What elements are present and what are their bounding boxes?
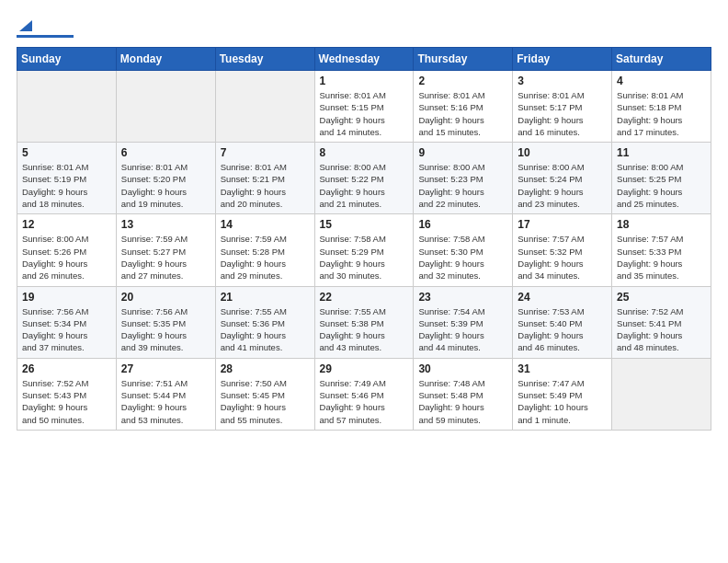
day-info: Sunrise: 7:51 AM Sunset: 5:44 PM Dayligh… <box>121 377 210 426</box>
day-info: Sunrise: 7:50 AM Sunset: 5:45 PM Dayligh… <box>221 377 310 426</box>
day-number: 8 <box>320 146 409 159</box>
calendar-cell: 2Sunrise: 8:01 AM Sunset: 5:16 PM Daylig… <box>414 71 513 143</box>
weekday-saturday: Saturday <box>612 48 711 71</box>
weekday-wednesday: Wednesday <box>314 48 414 71</box>
day-number: 12 <box>22 218 111 231</box>
day-number: 5 <box>22 146 111 159</box>
day-number: 9 <box>418 146 507 159</box>
calendar-cell: 5Sunrise: 8:01 AM Sunset: 5:19 PM Daylig… <box>17 143 117 214</box>
logo-triangle-icon <box>17 17 34 33</box>
day-number: 20 <box>121 291 210 304</box>
day-number: 27 <box>121 362 210 375</box>
week-row-5: 26Sunrise: 7:52 AM Sunset: 5:43 PM Dayli… <box>17 358 711 430</box>
day-info: Sunrise: 7:48 AM Sunset: 5:48 PM Dayligh… <box>418 377 507 426</box>
day-info: Sunrise: 7:49 AM Sunset: 5:46 PM Dayligh… <box>320 377 409 426</box>
day-number: 19 <box>22 291 111 304</box>
calendar-cell: 21Sunrise: 7:55 AM Sunset: 5:36 PM Dayli… <box>215 286 314 358</box>
day-info: Sunrise: 7:59 AM Sunset: 5:28 PM Dayligh… <box>221 233 310 282</box>
calendar-cell: 18Sunrise: 7:57 AM Sunset: 5:33 PM Dayli… <box>612 214 711 286</box>
calendar-cell: 1Sunrise: 8:01 AM Sunset: 5:15 PM Daylig… <box>314 71 414 143</box>
day-info: Sunrise: 7:57 AM Sunset: 5:32 PM Dayligh… <box>518 233 607 282</box>
calendar-cell <box>116 71 215 143</box>
week-row-1: 1Sunrise: 8:01 AM Sunset: 5:15 PM Daylig… <box>17 71 711 143</box>
calendar-cell: 24Sunrise: 7:53 AM Sunset: 5:40 PM Dayli… <box>513 286 612 358</box>
calendar-cell: 9Sunrise: 8:00 AM Sunset: 5:23 PM Daylig… <box>414 143 513 214</box>
calendar-cell: 10Sunrise: 8:00 AM Sunset: 5:24 PM Dayli… <box>513 143 612 214</box>
day-info: Sunrise: 8:00 AM Sunset: 5:23 PM Dayligh… <box>418 161 507 210</box>
header <box>17 17 711 38</box>
svg-marker-0 <box>19 20 32 31</box>
day-info: Sunrise: 7:55 AM Sunset: 5:38 PM Dayligh… <box>320 305 409 354</box>
calendar-cell: 26Sunrise: 7:52 AM Sunset: 5:43 PM Dayli… <box>17 358 117 430</box>
day-info: Sunrise: 8:00 AM Sunset: 5:24 PM Dayligh… <box>518 161 607 210</box>
calendar-cell: 11Sunrise: 8:00 AM Sunset: 5:25 PM Dayli… <box>612 143 711 214</box>
week-row-2: 5Sunrise: 8:01 AM Sunset: 5:19 PM Daylig… <box>17 143 711 214</box>
calendar-cell: 30Sunrise: 7:48 AM Sunset: 5:48 PM Dayli… <box>414 358 513 430</box>
calendar-cell <box>215 71 314 143</box>
calendar-cell: 23Sunrise: 7:54 AM Sunset: 5:39 PM Dayli… <box>414 286 513 358</box>
day-info: Sunrise: 7:47 AM Sunset: 5:49 PM Dayligh… <box>518 377 607 426</box>
calendar-cell: 14Sunrise: 7:59 AM Sunset: 5:28 PM Dayli… <box>215 214 314 286</box>
calendar-cell: 13Sunrise: 7:59 AM Sunset: 5:27 PM Dayli… <box>116 214 215 286</box>
day-number: 25 <box>617 291 706 304</box>
logo-underline <box>17 35 74 38</box>
calendar-cell: 17Sunrise: 7:57 AM Sunset: 5:32 PM Dayli… <box>513 214 612 286</box>
day-number: 26 <box>22 362 111 375</box>
day-number: 14 <box>221 218 310 231</box>
day-info: Sunrise: 8:00 AM Sunset: 5:26 PM Dayligh… <box>22 233 111 282</box>
day-number: 11 <box>617 146 706 159</box>
day-info: Sunrise: 7:58 AM Sunset: 5:29 PM Dayligh… <box>320 233 409 282</box>
weekday-thursday: Thursday <box>414 48 513 71</box>
calendar-cell: 22Sunrise: 7:55 AM Sunset: 5:38 PM Dayli… <box>314 286 414 358</box>
day-info: Sunrise: 8:01 AM Sunset: 5:18 PM Dayligh… <box>617 89 706 138</box>
day-info: Sunrise: 7:54 AM Sunset: 5:39 PM Dayligh… <box>418 305 507 354</box>
logo <box>17 17 74 38</box>
day-info: Sunrise: 8:00 AM Sunset: 5:22 PM Dayligh… <box>320 161 409 210</box>
day-number: 30 <box>418 362 507 375</box>
calendar-cell: 31Sunrise: 7:47 AM Sunset: 5:49 PM Dayli… <box>513 358 612 430</box>
day-info: Sunrise: 8:01 AM Sunset: 5:16 PM Dayligh… <box>418 89 507 138</box>
day-info: Sunrise: 8:01 AM Sunset: 5:19 PM Dayligh… <box>22 161 111 210</box>
day-info: Sunrise: 7:59 AM Sunset: 5:27 PM Dayligh… <box>121 233 210 282</box>
day-info: Sunrise: 8:01 AM Sunset: 5:17 PM Dayligh… <box>518 89 607 138</box>
day-number: 28 <box>221 362 310 375</box>
calendar-cell <box>17 71 117 143</box>
day-number: 21 <box>221 291 310 304</box>
calendar-cell: 29Sunrise: 7:49 AM Sunset: 5:46 PM Dayli… <box>314 358 414 430</box>
calendar-cell <box>612 358 711 430</box>
day-info: Sunrise: 7:56 AM Sunset: 5:34 PM Dayligh… <box>22 305 111 354</box>
day-number: 24 <box>518 291 607 304</box>
week-row-3: 12Sunrise: 8:00 AM Sunset: 5:26 PM Dayli… <box>17 214 711 286</box>
calendar: SundayMondayTuesdayWednesdayThursdayFrid… <box>17 47 711 431</box>
day-number: 23 <box>418 291 507 304</box>
page: SundayMondayTuesdayWednesdayThursdayFrid… <box>0 0 728 442</box>
weekday-header-row: SundayMondayTuesdayWednesdayThursdayFrid… <box>17 48 711 71</box>
day-number: 7 <box>221 146 310 159</box>
calendar-cell: 27Sunrise: 7:51 AM Sunset: 5:44 PM Dayli… <box>116 358 215 430</box>
calendar-cell: 15Sunrise: 7:58 AM Sunset: 5:29 PM Dayli… <box>314 214 414 286</box>
calendar-cell: 8Sunrise: 8:00 AM Sunset: 5:22 PM Daylig… <box>314 143 414 214</box>
day-number: 4 <box>617 75 706 87</box>
day-info: Sunrise: 8:01 AM Sunset: 5:20 PM Dayligh… <box>121 161 210 210</box>
day-info: Sunrise: 7:55 AM Sunset: 5:36 PM Dayligh… <box>221 305 310 354</box>
day-number: 6 <box>121 146 210 159</box>
calendar-cell: 6Sunrise: 8:01 AM Sunset: 5:20 PM Daylig… <box>116 143 215 214</box>
day-info: Sunrise: 7:53 AM Sunset: 5:40 PM Dayligh… <box>518 305 607 354</box>
calendar-cell: 28Sunrise: 7:50 AM Sunset: 5:45 PM Dayli… <box>215 358 314 430</box>
day-info: Sunrise: 8:00 AM Sunset: 5:25 PM Dayligh… <box>617 161 706 210</box>
calendar-cell: 3Sunrise: 8:01 AM Sunset: 5:17 PM Daylig… <box>513 71 612 143</box>
calendar-cell: 25Sunrise: 7:52 AM Sunset: 5:41 PM Dayli… <box>612 286 711 358</box>
day-info: Sunrise: 7:58 AM Sunset: 5:30 PM Dayligh… <box>418 233 507 282</box>
day-info: Sunrise: 8:01 AM Sunset: 5:21 PM Dayligh… <box>221 161 310 210</box>
calendar-cell: 12Sunrise: 8:00 AM Sunset: 5:26 PM Dayli… <box>17 214 117 286</box>
weekday-monday: Monday <box>116 48 215 71</box>
weekday-tuesday: Tuesday <box>215 48 314 71</box>
day-number: 15 <box>320 218 409 231</box>
day-number: 16 <box>418 218 507 231</box>
day-number: 22 <box>320 291 409 304</box>
calendar-cell: 19Sunrise: 7:56 AM Sunset: 5:34 PM Dayli… <box>17 286 117 358</box>
day-number: 1 <box>320 75 409 87</box>
weekday-sunday: Sunday <box>17 48 117 71</box>
calendar-cell: 20Sunrise: 7:56 AM Sunset: 5:35 PM Dayli… <box>116 286 215 358</box>
day-number: 17 <box>518 218 607 231</box>
